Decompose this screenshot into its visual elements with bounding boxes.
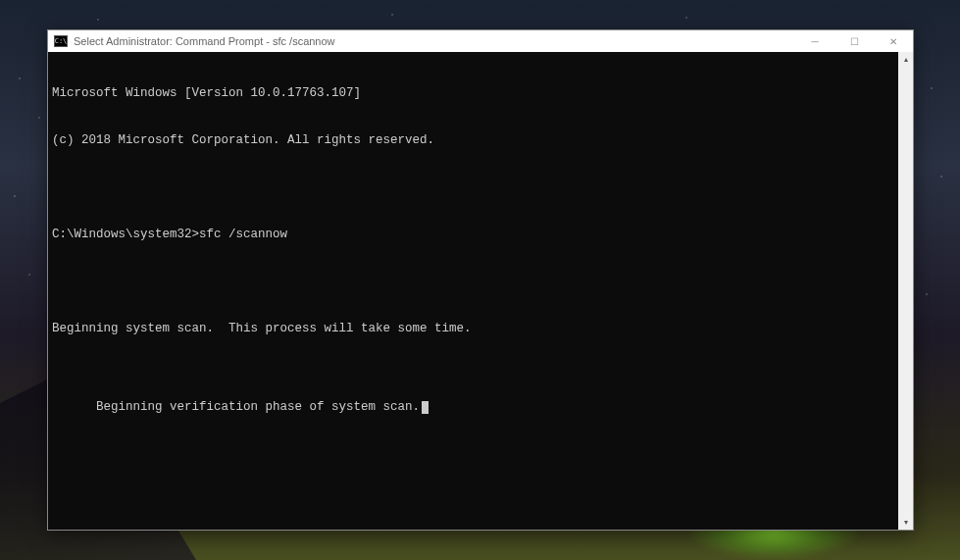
output-line: Beginning system scan. This process will… <box>52 321 894 336</box>
maximize-button[interactable]: ☐ <box>834 30 874 52</box>
terminal-area: Microsoft Windows [Version 10.0.17763.10… <box>48 52 913 530</box>
blank-line <box>52 179 894 195</box>
titlebar[interactable]: C:\ Select Administrator: Command Prompt… <box>48 30 913 52</box>
scroll-track[interactable] <box>898 67 913 515</box>
vertical-scrollbar[interactable]: ▴ ▾ <box>898 52 913 530</box>
terminal-output[interactable]: Microsoft Windows [Version 10.0.17763.10… <box>48 52 898 530</box>
close-button[interactable]: ✕ <box>874 30 913 52</box>
cmd-icon: C:\ <box>54 35 68 47</box>
output-line: (c) 2018 Microsoft Corporation. All righ… <box>52 132 894 148</box>
command-prompt-window: C:\ Select Administrator: Command Prompt… <box>47 29 914 531</box>
scroll-up-arrow[interactable]: ▴ <box>898 52 913 67</box>
output-line: Beginning verification phase of system s… <box>96 400 420 414</box>
blank-line <box>52 274 894 289</box>
output-line: Microsoft Windows [Version 10.0.17763.10… <box>52 85 894 101</box>
window-controls: ─ ☐ ✕ <box>795 30 913 52</box>
cursor <box>422 401 429 414</box>
scroll-down-arrow[interactable]: ▾ <box>898 515 913 530</box>
prompt-line: C:\Windows\system32>sfc /scannow <box>52 227 894 242</box>
blank-line <box>52 368 894 383</box>
minimize-button[interactable]: ─ <box>795 30 834 52</box>
window-title: Select Administrator: Command Prompt - s… <box>74 35 795 47</box>
